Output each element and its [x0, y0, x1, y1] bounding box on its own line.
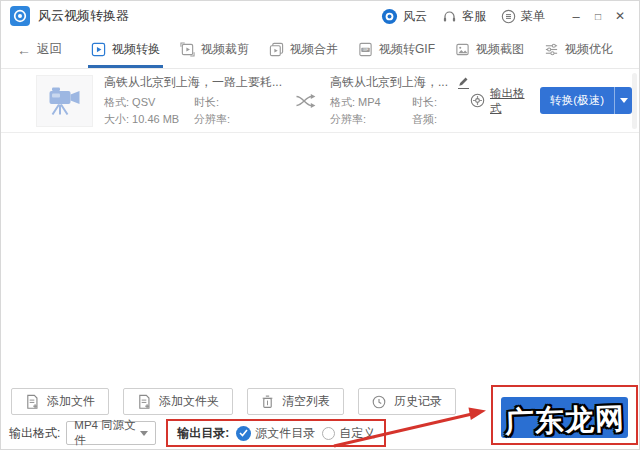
- output-format-value: MP4 同源文件: [74, 418, 140, 448]
- output-file-title: 高铁从北京到上海，...: [330, 74, 448, 91]
- svg-text:GIF: GIF: [363, 48, 369, 52]
- source-format: 格式: QSV: [104, 94, 194, 111]
- menu-button[interactable]: 菜单: [501, 8, 545, 25]
- source-size: 大小: 10.46 MB: [104, 111, 194, 128]
- trash-icon: [261, 394, 274, 409]
- nav-bar: ← 返回 视频转换 视频裁剪 视频合并 GIF 视频转GIF: [1, 31, 639, 69]
- tab-video-convert[interactable]: 视频转换: [88, 31, 163, 68]
- output-file-info: 高铁从北京到上海，... 格式: MP4 时长: 分辨率: 音频:: [330, 74, 470, 128]
- output-resolution: 分辨率:: [330, 111, 412, 128]
- add-file-label: 添加文件: [47, 393, 95, 410]
- radio-custom-label: 自定义: [339, 425, 375, 442]
- convert-dropdown[interactable]: [615, 87, 632, 114]
- back-label: 返回: [37, 41, 62, 58]
- app-title: 风云视频转换器: [38, 7, 129, 25]
- history-button[interactable]: 历史记录: [358, 388, 456, 415]
- headset-icon: [442, 9, 457, 24]
- video-camera-icon: [47, 85, 83, 117]
- file-list-empty-area: [1, 133, 639, 379]
- file-list-row[interactable]: 高铁从北京到上海，一路上要耗... 格式: QSV 时长: 大小: 10.46 …: [1, 69, 639, 133]
- minimize-button[interactable]: –: [565, 9, 587, 24]
- radio-checked-icon: [236, 426, 251, 441]
- history-label: 历史记录: [394, 393, 442, 410]
- radio-source-label: 源文件目录: [255, 425, 315, 442]
- clear-list-button[interactable]: 清空列表: [247, 388, 344, 415]
- shuffle-arrows-icon: [295, 93, 317, 109]
- tab-label: 视频裁剪: [201, 41, 249, 58]
- output-format-select[interactable]: MP4 同源文件: [66, 421, 156, 445]
- tab-label: 视频合并: [290, 41, 338, 58]
- source-file-info: 高铁从北京到上海，一路上要耗... 格式: QSV 时长: 大小: 10.46 …: [104, 74, 282, 128]
- menu-icon: [501, 9, 516, 24]
- brand-button[interactable]: 风云: [381, 8, 427, 25]
- tab-video-trim[interactable]: 视频裁剪: [177, 31, 252, 68]
- add-folder-label: 添加文件夹: [159, 393, 219, 410]
- radio-unchecked-icon: [322, 427, 335, 440]
- output-format-link[interactable]: 输出格式: [470, 86, 527, 116]
- output-directory-label: 输出目录:: [177, 425, 229, 442]
- back-button[interactable]: ← 返回: [17, 31, 62, 68]
- radio-custom-directory[interactable]: 自定义: [322, 425, 375, 442]
- support-label: 客服: [462, 8, 486, 25]
- output-duration: 时长:: [412, 94, 437, 111]
- tab-label: 视频转换: [112, 41, 160, 58]
- convert-all-button[interactable]: [501, 397, 628, 438]
- video-thumbnail: [36, 75, 93, 127]
- chevron-down-icon: [140, 431, 148, 436]
- app-window: 风云视频转换器 风云 客服 菜单 – □ ✕ ←: [0, 0, 640, 450]
- output-directory-group: 输出目录: 源文件目录 自定义: [166, 419, 386, 447]
- convert-direction: [282, 93, 330, 109]
- tab-label: 视频转GIF: [379, 41, 435, 58]
- crop-play-icon: [180, 42, 195, 57]
- play-square-icon: [91, 42, 106, 57]
- tab-video-to-gif[interactable]: GIF 视频转GIF: [355, 31, 438, 68]
- convert-button-label[interactable]: 转换(极速): [540, 87, 615, 114]
- brand-label: 风云: [403, 8, 427, 25]
- source-resolution: 分辨率:: [194, 111, 230, 128]
- output-settings-row: 输出格式: MP4 同源文件 输出目录: 源文件目录 自定义: [9, 419, 386, 447]
- gif-file-icon: GIF: [358, 42, 373, 57]
- source-file-title: 高铁从北京到上海，一路上要耗...: [104, 74, 282, 91]
- app-logo-icon: [10, 6, 30, 26]
- support-button[interactable]: 客服: [442, 8, 486, 25]
- tab-video-merge[interactable]: 视频合并: [266, 31, 341, 68]
- scrollbar[interactable]: [632, 73, 637, 129]
- tab-video-optimize[interactable]: 视频优化: [541, 31, 616, 68]
- tab-label: 视频优化: [565, 41, 613, 58]
- chevron-down-icon: [620, 98, 628, 103]
- merge-play-icon: [269, 42, 284, 57]
- tab-video-screenshot[interactable]: 视频截图: [452, 31, 527, 68]
- window-controls: – □ ✕: [565, 9, 631, 24]
- output-format: 格式: MP4: [330, 94, 412, 111]
- gear-icon: [470, 93, 485, 108]
- radio-source-directory[interactable]: 源文件目录: [236, 425, 315, 442]
- menu-label: 菜单: [521, 8, 545, 25]
- image-icon: [455, 42, 470, 57]
- add-folder-button[interactable]: 添加文件夹: [123, 388, 233, 415]
- convert-split-button[interactable]: 转换(极速): [540, 87, 632, 114]
- actions-row: 添加文件 添加文件夹 清空列表 历史记录: [11, 388, 456, 415]
- clear-list-label: 清空列表: [282, 393, 330, 410]
- output-format-link-label: 输出格式: [490, 86, 527, 116]
- clock-icon: [372, 395, 386, 409]
- edit-name-icon[interactable]: [458, 76, 469, 89]
- sliders-icon: [544, 42, 559, 57]
- maximize-button[interactable]: □: [587, 11, 609, 22]
- source-duration: 时长:: [194, 94, 219, 111]
- close-button[interactable]: ✕: [609, 9, 631, 23]
- add-file-button[interactable]: 添加文件: [11, 388, 109, 415]
- tab-label: 视频截图: [476, 41, 524, 58]
- back-arrow-icon: ←: [17, 42, 31, 58]
- add-file-icon: [25, 394, 39, 409]
- add-folder-icon: [137, 394, 151, 409]
- brand-logo-icon: [381, 8, 398, 25]
- output-format-label: 输出格式:: [9, 425, 60, 442]
- output-audio: 音频:: [412, 111, 437, 128]
- titlebar: 风云视频转换器 风云 客服 菜单 – □ ✕: [1, 1, 639, 31]
